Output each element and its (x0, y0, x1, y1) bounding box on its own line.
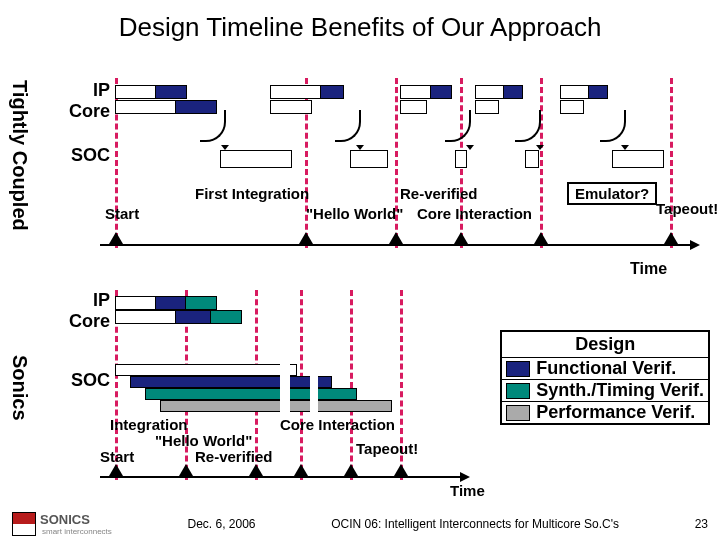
side-label-sonics: Sonics (8, 355, 31, 421)
milestone-marker (664, 232, 678, 244)
swatch-icon (506, 405, 530, 421)
gantt-bar (270, 100, 312, 114)
grid-line (395, 78, 398, 248)
legend-design: Design (502, 332, 708, 358)
milestone-marker (389, 232, 403, 244)
label-hello-world: "Hello World" (306, 205, 403, 222)
arrow-icon (445, 110, 471, 142)
milestone-marker (454, 232, 468, 244)
arrow-icon (200, 110, 226, 142)
milestone-marker (344, 464, 358, 476)
legend-synth: Synth./Timing Verif. (502, 380, 708, 402)
label-core-interaction: Core Interaction (417, 205, 532, 222)
footer-event: OCIN 06: Intelligent Interconnects for M… (331, 517, 619, 531)
gantt-bar (612, 150, 664, 168)
gantt-bar (115, 85, 157, 99)
arrow-icon (600, 110, 626, 142)
gantt-bar (115, 364, 297, 376)
label-reverified: Re-verified (400, 185, 478, 202)
label-time: Time (450, 482, 485, 499)
logo-brand: SONICS (40, 512, 112, 527)
legend-perf: Performance Verif. (502, 402, 708, 423)
grid-line (670, 78, 673, 248)
logo-tagline: smart interconnects (42, 527, 112, 536)
gantt-bar (588, 85, 608, 99)
legend: Design Functional Verif. Synth./Timing V… (500, 330, 710, 425)
row-label-soc-bottom: SOC (50, 370, 110, 391)
label-hello-world: "Hello World" (155, 432, 252, 449)
milestone-marker (179, 464, 193, 476)
legend-functional: Functional Verif. (502, 358, 708, 380)
gantt-bar (400, 85, 432, 99)
row-label-ip-top: IP Core (50, 80, 110, 122)
label-reverified: Re-verified (195, 448, 273, 465)
swatch-icon (506, 383, 530, 399)
gantt-bar (350, 150, 388, 168)
gantt-bar (210, 310, 242, 324)
gantt-bar (130, 376, 332, 388)
gantt-bar (455, 150, 467, 168)
milestone-marker (299, 232, 313, 244)
logo: SONICS smart interconnects (12, 512, 112, 536)
gantt-bar (475, 100, 499, 114)
label-tapeout: Tapeout! (356, 440, 418, 457)
label-start: Start (100, 448, 134, 465)
label-first-integration: First Integration (195, 185, 309, 202)
gantt-bar (400, 100, 427, 114)
label-integration: Integration (110, 416, 188, 433)
gantt-bar (560, 85, 590, 99)
milestone-marker (109, 464, 123, 476)
footer-page: 23 (695, 517, 708, 531)
gantt-gap (280, 362, 290, 414)
gantt-bar (430, 85, 452, 99)
time-axis (100, 244, 690, 246)
logo-icon (12, 512, 36, 536)
label-tapeout: Tapeout! (656, 200, 718, 217)
swatch-icon (506, 361, 530, 377)
arrow-icon (460, 472, 470, 482)
grid-line (540, 78, 543, 248)
page-title: Design Timeline Benefits of Our Approach (0, 0, 720, 43)
milestone-marker (394, 464, 408, 476)
milestone-marker (109, 232, 123, 244)
milestone-marker (534, 232, 548, 244)
footer-date: Dec. 6, 2006 (187, 517, 255, 531)
side-label-tightly-coupled: Tightly Coupled (8, 80, 31, 231)
arrow-icon (690, 240, 700, 250)
label-core-interaction: Core Interaction (280, 416, 395, 433)
gantt-bar (503, 85, 523, 99)
legend-text: Performance Verif. (536, 402, 695, 423)
gantt-bar (175, 310, 212, 324)
label-emulator: Emulator? (567, 182, 657, 205)
gantt-bar (160, 400, 392, 412)
gantt-bar (115, 296, 157, 310)
gantt-bar (270, 85, 322, 99)
arrow-icon (335, 110, 361, 142)
arrow-icon (515, 110, 541, 142)
milestone-marker (294, 464, 308, 476)
gantt-gap (310, 362, 318, 414)
gantt-bar (560, 100, 584, 114)
grid-line (350, 290, 353, 480)
legend-text: Synth./Timing Verif. (536, 380, 704, 401)
label-start: Start (105, 205, 139, 222)
row-label-ip-bottom: IP Core (50, 290, 110, 332)
gantt-bar (155, 85, 187, 99)
gantt-bar (320, 85, 344, 99)
gantt-bar (220, 150, 292, 168)
milestone-marker (249, 464, 263, 476)
gantt-bar (145, 388, 357, 400)
gantt-bar (115, 100, 177, 114)
gantt-bar (185, 296, 217, 310)
row-label-soc-top: SOC (50, 145, 110, 166)
label-time: Time (630, 260, 667, 278)
time-axis (100, 476, 460, 478)
gantt-bar (475, 85, 505, 99)
footer: SONICS smart interconnects Dec. 6, 2006 … (0, 512, 720, 536)
legend-text: Functional Verif. (536, 358, 676, 379)
gantt-bar (115, 310, 177, 324)
gantt-bar (155, 296, 187, 310)
gantt-bar (525, 150, 539, 168)
